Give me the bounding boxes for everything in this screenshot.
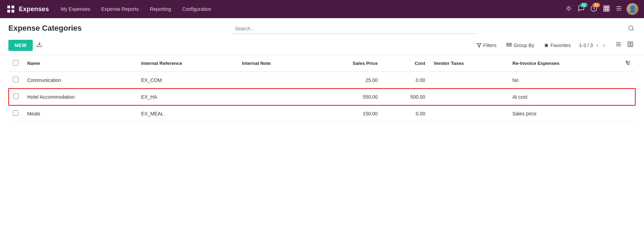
row-col-settings: [621, 72, 635, 89]
row-internal-note: [238, 89, 313, 105]
page-title: Expense Categories: [8, 24, 82, 33]
search-input[interactable]: [232, 24, 476, 34]
select-all-checkbox[interactable]: [13, 60, 18, 66]
row-sales-price: 25.00: [313, 72, 382, 89]
toolbar-right: Filters Group By Favorites 1-3 / 3 ‹ ›: [472, 40, 636, 51]
table-row[interactable]: Communication EX_COM 25.00 0.00 No: [9, 72, 635, 89]
row-cost: 0.00: [382, 72, 429, 89]
row-checkbox-cell: [9, 72, 23, 89]
group-by-label: Group By: [514, 43, 534, 48]
keypad-icon[interactable]: [601, 3, 611, 15]
navbar-right: 52 51 👤: [564, 3, 638, 15]
group-by-button[interactable]: Group By: [502, 40, 538, 50]
download-button[interactable]: [33, 39, 46, 51]
svg-rect-3: [12, 10, 14, 13]
clock-icon[interactable]: 51: [589, 3, 599, 15]
main-nav: My Expenses Expense Reports Reporting Co…: [56, 4, 564, 14]
row-internal-reference: EX_COM: [137, 72, 238, 89]
chat-badge: 52: [580, 3, 588, 7]
filters-label: Filters: [483, 43, 497, 48]
row-name: Hotel Accommodation: [23, 89, 137, 105]
settings-icon[interactable]: [614, 3, 624, 15]
pagination-text: 1-3 / 3: [579, 43, 593, 48]
svg-rect-25: [509, 45, 511, 46]
header-vendor-taxes: Vendor Taxes: [430, 55, 508, 72]
row-checkbox[interactable]: [13, 110, 18, 116]
row-checkbox[interactable]: [13, 93, 19, 99]
toolbar: NEW Filters Group By: [0, 37, 644, 55]
row-vendor-taxes: [430, 89, 508, 105]
table-header: Name Internal Reference Internal Note Sa…: [9, 55, 635, 72]
svg-rect-9: [604, 8, 605, 9]
svg-rect-10: [606, 8, 607, 9]
search-bar: [232, 24, 476, 34]
row-internal-note: [238, 72, 313, 89]
header-internal-note: Internal Note: [238, 55, 313, 72]
row-checkbox-cell: [9, 89, 23, 105]
svg-rect-11: [608, 8, 609, 9]
table-row[interactable]: Hotel Accommodation EX_HA 550.00 500.00 …: [9, 89, 635, 105]
bug-icon[interactable]: [564, 3, 574, 15]
nav-my-expenses[interactable]: My Expenses: [56, 4, 95, 14]
list-view-button[interactable]: [613, 40, 624, 51]
app-title: Expenses: [19, 6, 49, 13]
svg-rect-1: [12, 6, 14, 8]
row-sales-price: 150.00: [313, 105, 382, 122]
svg-point-18: [629, 26, 633, 30]
row-cost: 500.00: [382, 89, 429, 105]
pagination: 1-3 / 3 ‹ ›: [579, 41, 606, 49]
expense-categories-table: Name Internal Reference Internal Note Sa…: [8, 55, 636, 122]
svg-rect-31: [631, 42, 633, 47]
nav-configuration[interactable]: Configuration: [177, 4, 216, 14]
row-internal-reference: EX_MEAL: [137, 105, 238, 122]
row-vendor-taxes: [430, 105, 508, 122]
header-reinvoice-expenses: Re-Invoice Expenses: [508, 55, 622, 72]
new-button[interactable]: NEW: [8, 40, 33, 51]
row-internal-reference: EX_HA: [137, 89, 238, 105]
row-internal-note: [238, 105, 313, 122]
row-checkbox[interactable]: [13, 77, 18, 82]
chat-icon[interactable]: 52: [576, 3, 586, 15]
svg-rect-14: [608, 10, 609, 11]
svg-rect-12: [604, 10, 605, 11]
header-name: Name: [23, 55, 137, 72]
clock-badge: 51: [593, 3, 600, 7]
svg-rect-23: [507, 45, 508, 46]
row-sales-price: 550.00: [313, 89, 382, 105]
view-icons: [613, 40, 636, 51]
row-vendor-taxes: [430, 72, 508, 89]
row-col-settings: [621, 105, 635, 122]
search-icon[interactable]: [627, 24, 636, 34]
avatar[interactable]: 👤: [627, 3, 638, 15]
kanban-view-button[interactable]: [625, 40, 636, 51]
header-column-settings[interactable]: [621, 55, 635, 72]
row-name: Meals: [23, 105, 137, 122]
navbar: Expenses My Expenses Expense Reports Rep…: [0, 0, 644, 18]
row-reinvoice-expenses: No: [508, 72, 622, 89]
table-row[interactable]: Meals EX_MEAL 150.00 0.00 Sales price: [9, 105, 635, 122]
filters-button[interactable]: Filters: [472, 40, 501, 50]
nav-expense-reports[interactable]: Expense Reports: [97, 4, 144, 14]
svg-line-19: [632, 29, 633, 30]
svg-point-4: [568, 7, 570, 9]
svg-point-36: [627, 62, 628, 63]
svg-rect-13: [606, 10, 607, 11]
svg-rect-22: [507, 43, 508, 44]
row-checkbox-cell: [9, 105, 23, 122]
svg-rect-6: [604, 6, 605, 7]
app-grid-icon[interactable]: [6, 4, 16, 14]
favorites-label: Favorites: [551, 43, 571, 48]
next-page-button[interactable]: ›: [602, 41, 606, 49]
svg-marker-21: [477, 43, 481, 47]
svg-point-37: [627, 64, 628, 65]
row-cost: 0.00: [382, 105, 429, 122]
favorites-button[interactable]: Favorites: [540, 40, 575, 50]
nav-reporting[interactable]: Reporting: [145, 4, 176, 14]
row-reinvoice-expenses: Sales price: [508, 105, 622, 122]
svg-rect-30: [628, 42, 630, 47]
svg-rect-7: [606, 6, 607, 7]
header-internal-reference: Internal Reference: [137, 55, 238, 72]
prev-page-button[interactable]: ‹: [595, 41, 599, 49]
svg-rect-8: [608, 6, 609, 7]
row-reinvoice-expenses: At cost: [508, 89, 622, 105]
